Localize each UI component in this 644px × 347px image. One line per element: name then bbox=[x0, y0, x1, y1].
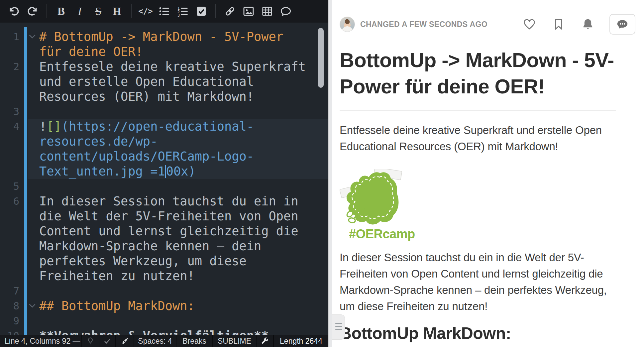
editor-text-row: und erstelle Open Educational bbox=[39, 74, 328, 89]
notifications-button[interactable] bbox=[580, 17, 595, 32]
ordered-list-icon: 123 bbox=[177, 6, 188, 17]
line-number: 8 bbox=[0, 298, 19, 313]
editor-text-row: ![](https://open-educational- bbox=[39, 119, 328, 134]
editor-text-row: **Verwahren & Vervielfältigen** bbox=[39, 328, 328, 335]
fold-chevron-icon[interactable] bbox=[28, 34, 37, 40]
editor-line-7: 7 bbox=[0, 284, 328, 298]
markdown-bang: ! bbox=[39, 119, 47, 134]
editor-line-10: 10 **Verwahren & Vervielfältigen** bbox=[0, 328, 328, 335]
line-number: 2 bbox=[0, 59, 19, 74]
spaces-setting[interactable]: Spaces: 4 bbox=[134, 335, 176, 347]
preferences-button[interactable] bbox=[257, 335, 274, 347]
section-heading: BottomUp MarkDown: bbox=[340, 324, 616, 343]
editor-line-5: 5 bbox=[0, 179, 328, 194]
bold-icon: B bbox=[57, 6, 65, 17]
toolbar-separator bbox=[47, 4, 47, 18]
line-number: 1 bbox=[0, 29, 19, 44]
lightbulb-indicator[interactable] bbox=[82, 335, 99, 347]
table-icon bbox=[262, 6, 272, 17]
strikethrough-icon: S bbox=[95, 6, 101, 17]
editor-content[interactable]: 1 # BottomUp -> MarkDown - 5V-Power für … bbox=[0, 23, 328, 335]
document-title: BottomUp -> MarkDown - 5V-Power für dein… bbox=[340, 47, 616, 100]
insert-image-button[interactable] bbox=[239, 2, 258, 21]
editor-text-row: In dieser Session tauchst du ein in bbox=[39, 194, 328, 209]
bold-button[interactable]: B bbox=[52, 2, 70, 21]
editor-text-row: Content und lernst gleichzeitig die bbox=[39, 224, 328, 239]
breaks-setting[interactable]: Breaks bbox=[176, 335, 213, 347]
keymap-setting[interactable]: SUBLIME bbox=[213, 335, 257, 347]
cursor-position-status: Line 4, Columns 92 — 21 bbox=[0, 335, 82, 347]
editor-empty-row bbox=[39, 179, 328, 194]
editor-line-9: 9 bbox=[0, 313, 328, 328]
markdown-editor-app: B I S H </> 123 bbox=[0, 0, 644, 347]
line-number: 10 bbox=[0, 328, 19, 335]
oercamp-flame-graphic bbox=[340, 169, 406, 225]
code-button[interactable]: </> bbox=[136, 2, 155, 21]
insert-link-button[interactable] bbox=[221, 2, 239, 21]
italic-button[interactable]: I bbox=[70, 2, 89, 21]
svg-text:3: 3 bbox=[177, 13, 180, 17]
editor-text-row: Resources (OER) mit Markdown! bbox=[39, 89, 328, 104]
redo-button[interactable] bbox=[23, 2, 42, 21]
comment-button[interactable] bbox=[276, 2, 295, 21]
flame-shape bbox=[347, 172, 398, 224]
editor-line-4-current: 4 ![](https://open-educational- resource… bbox=[0, 119, 328, 179]
preview-pane: CHANGED A FEW SECONDS AGO BottomUp -> Ma… bbox=[332, 0, 644, 347]
bookmark-button[interactable] bbox=[551, 17, 566, 32]
redo-icon bbox=[27, 6, 38, 17]
editor-text-row: perfektes Werkzeug, um diese bbox=[39, 254, 328, 269]
checklist-icon bbox=[196, 6, 207, 17]
editor-line-3: 3 bbox=[0, 104, 328, 119]
bell-icon bbox=[581, 18, 594, 31]
check-icon bbox=[103, 337, 111, 345]
editor-text-row: Text_unten.jpg =100x) bbox=[39, 164, 328, 179]
heading-button[interactable]: H bbox=[108, 2, 126, 21]
session-paragraph: In dieser Session tauchst du ein in die … bbox=[340, 249, 616, 314]
intro-paragraph: Entfessele deine kreative Superkraft und… bbox=[340, 122, 616, 155]
undo-icon bbox=[9, 6, 19, 17]
editor-text-row: die Welt der 5V-Freiheiten von Open bbox=[39, 209, 328, 224]
ordered-list-button[interactable]: 123 bbox=[173, 2, 192, 21]
wrench-icon bbox=[261, 337, 269, 345]
editor-line-1: 1 # BottomUp -> MarkDown - 5V-Power für … bbox=[0, 29, 328, 59]
editor-statusbar: Line 4, Columns 92 — 21 Spaces: 4 Breaks… bbox=[0, 335, 328, 347]
toc-toggle[interactable] bbox=[332, 314, 345, 340]
line-number: 5 bbox=[0, 179, 19, 194]
editor-pane: B I S H </> 123 bbox=[0, 0, 328, 347]
comment-icon bbox=[280, 6, 291, 17]
oercamp-logo-text: #OERcamp bbox=[340, 227, 406, 241]
editor-text-row: Markdown-Sprache kennen – dein bbox=[39, 239, 328, 254]
editor-text-row: resources.de/wp- bbox=[39, 134, 328, 149]
lightbulb-icon bbox=[86, 337, 94, 345]
oercamp-logo-image: #OERcamp bbox=[340, 169, 406, 241]
checklist-button[interactable] bbox=[192, 2, 211, 21]
pane-divider[interactable] bbox=[328, 0, 332, 347]
editor-line-8: 8 ## BottomUp MarkDown: bbox=[0, 298, 328, 313]
heart-icon bbox=[523, 18, 536, 31]
editor-text-row: Freiheiten zu nutzen! bbox=[39, 269, 328, 284]
editor-empty-row bbox=[39, 284, 328, 298]
editor-text-row: content/uploads/OERCamp-Logo- bbox=[39, 149, 328, 164]
line-number: 3 bbox=[0, 104, 19, 119]
rendered-document: BottomUp -> MarkDown - 5V-Power für dein… bbox=[332, 47, 644, 347]
spellcheck-indicator[interactable] bbox=[99, 335, 116, 347]
undo-button[interactable] bbox=[5, 2, 23, 21]
fold-chevron-icon[interactable] bbox=[28, 303, 37, 309]
insert-table-button[interactable] bbox=[258, 2, 276, 21]
italic-icon: I bbox=[78, 6, 82, 17]
toolbar-separator bbox=[215, 4, 216, 18]
strikethrough-button[interactable]: S bbox=[89, 2, 108, 21]
bookmark-icon bbox=[552, 18, 565, 31]
unordered-list-button[interactable] bbox=[155, 2, 173, 21]
chat-bubble-icon bbox=[616, 18, 628, 30]
editor-line-2: 2 Entfessele deine kreative Superkraft u… bbox=[0, 59, 328, 104]
line-number: 4 bbox=[0, 119, 19, 134]
theme-setting[interactable] bbox=[116, 335, 134, 347]
editor-empty-row bbox=[39, 313, 328, 328]
comments-panel-button[interactable] bbox=[609, 14, 635, 35]
heading-icon: H bbox=[113, 6, 121, 17]
like-button[interactable] bbox=[522, 17, 537, 32]
editor-scrollbar[interactable] bbox=[318, 28, 324, 88]
avatar[interactable] bbox=[340, 17, 355, 32]
unordered-list-icon bbox=[159, 6, 169, 17]
